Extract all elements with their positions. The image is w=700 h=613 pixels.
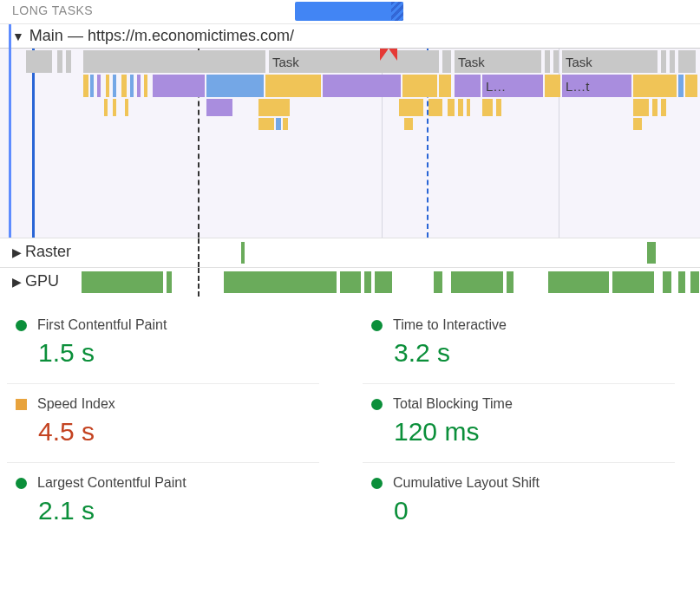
flame-block[interactable] [66, 50, 71, 73]
metric-label: Largest Contentful Paint [37, 475, 186, 491]
flame-block[interactable] [399, 99, 423, 116]
flame-block[interactable] [553, 50, 559, 73]
flame-block[interactable]: Task [269, 50, 439, 73]
activity-bar[interactable] [167, 271, 172, 293]
metric-label: Cumulative Layout Shift [393, 475, 540, 491]
activity-bar[interactable] [612, 271, 654, 293]
flame-block[interactable] [113, 75, 116, 97]
metric-label: Time to Interactive [393, 317, 507, 333]
flame-block[interactable] [670, 50, 675, 73]
flame-block[interactable] [144, 75, 147, 97]
activity-bar[interactable] [340, 271, 361, 293]
flame-block[interactable] [121, 75, 127, 97]
flame-block[interactable] [482, 99, 493, 116]
flame-block[interactable] [404, 118, 413, 130]
gpu-track[interactable]: ▶ GPU [0, 267, 700, 297]
flame-block[interactable]: Task [562, 50, 657, 73]
flame-row-tasks: TaskTaskTask [0, 50, 700, 73]
disclosure-down-icon[interactable]: ▼ [12, 29, 24, 43]
flame-block[interactable] [496, 99, 501, 116]
flame-block[interactable] [633, 99, 649, 116]
gpu-label: GPU [25, 272, 59, 290]
timeline-marker-dashed [198, 268, 200, 297]
flame-block[interactable] [57, 50, 62, 73]
flame-block[interactable] [283, 118, 288, 130]
raster-track[interactable]: ▶ Raster [0, 238, 700, 267]
activity-bar[interactable] [647, 242, 656, 264]
flame-block[interactable] [137, 75, 141, 97]
disclosure-right-icon[interactable]: ▶ [12, 275, 22, 289]
flame-block[interactable] [402, 75, 437, 97]
flame-row: L…L…t [0, 75, 700, 97]
flame-block[interactable] [83, 50, 265, 73]
long-tasks-label: LONG TASKS [12, 3, 93, 17]
flame-block[interactable] [678, 75, 684, 97]
activity-bar[interactable] [241, 242, 245, 264]
flame-block[interactable] [545, 75, 560, 97]
activity-bar[interactable] [663, 271, 671, 293]
flame-block[interactable] [130, 75, 134, 97]
flame-block[interactable] [448, 99, 455, 116]
flame-block[interactable] [206, 99, 232, 116]
metric-value: 4.5 s [38, 417, 311, 447]
flame-row [0, 118, 700, 140]
flame-block[interactable] [125, 99, 128, 116]
flame-block[interactable] [258, 118, 274, 130]
flame-block[interactable] [661, 99, 666, 116]
flame-block[interactable] [276, 118, 281, 130]
raster-bars [0, 242, 700, 264]
flame-block[interactable] [545, 50, 550, 73]
flame-block[interactable] [455, 75, 481, 97]
flame-block[interactable] [685, 75, 697, 97]
flame-block[interactable] [467, 99, 470, 116]
metric-label: Speed Index [37, 396, 115, 412]
activity-bar[interactable] [82, 271, 163, 293]
flame-block[interactable] [439, 75, 451, 97]
flame-block[interactable] [113, 99, 116, 116]
activity-bar[interactable] [434, 271, 442, 293]
activity-bar[interactable] [451, 271, 503, 293]
flame-block[interactable] [652, 99, 657, 116]
metric-cls: Cumulative Layout Shift 0 [363, 462, 675, 541]
selection-bracket [9, 24, 11, 238]
flame-block[interactable] [678, 50, 696, 73]
activity-bar[interactable] [364, 271, 371, 293]
flame-block[interactable] [104, 99, 108, 116]
long-task-bar[interactable] [295, 2, 403, 21]
flame-block[interactable] [661, 50, 666, 73]
flame-block[interactable] [83, 75, 88, 97]
metric-value: 120 ms [394, 417, 666, 447]
timeline-marker-dashed [198, 238, 200, 267]
flame-block[interactable]: L…t [562, 75, 631, 97]
flame-block[interactable] [106, 75, 109, 97]
flame-block[interactable] [265, 75, 321, 97]
activity-bar[interactable] [678, 271, 685, 293]
flame-block[interactable] [442, 50, 451, 73]
flame-block[interactable] [90, 75, 94, 97]
flame-block[interactable]: Task [455, 50, 541, 73]
status-dot-icon [371, 320, 383, 331]
main-track-header[interactable]: ▼ Main — https://m.economictimes.com/ [0, 24, 700, 49]
flame-block[interactable] [97, 75, 101, 97]
activity-bar[interactable] [375, 271, 392, 293]
flame-block[interactable] [633, 75, 677, 97]
flame-block[interactable] [153, 75, 205, 97]
activity-bar[interactable] [224, 271, 337, 293]
flame-block[interactable] [458, 99, 463, 116]
flame-chart[interactable]: TaskTaskTask L…L…t [0, 49, 700, 238]
flame-block[interactable] [258, 99, 290, 116]
activity-bar[interactable] [507, 271, 514, 293]
flame-block[interactable]: L… [482, 75, 543, 97]
flame-block[interactable] [323, 75, 401, 97]
flame-block[interactable] [429, 99, 442, 116]
activity-bar[interactable] [690, 271, 699, 293]
flame-block[interactable] [206, 75, 264, 97]
flame-block[interactable] [26, 50, 52, 73]
status-square-icon [16, 399, 27, 410]
main-track-title: Main — https://m.economictimes.com/ [29, 27, 294, 45]
metrics-panel: First Contentful Paint 1.5 s Time to Int… [0, 297, 700, 541]
flame-block[interactable] [633, 118, 642, 130]
metric-fcp: First Contentful Paint 1.5 s [7, 305, 319, 383]
long-task-flag-icon [380, 49, 397, 61]
activity-bar[interactable] [548, 271, 609, 293]
